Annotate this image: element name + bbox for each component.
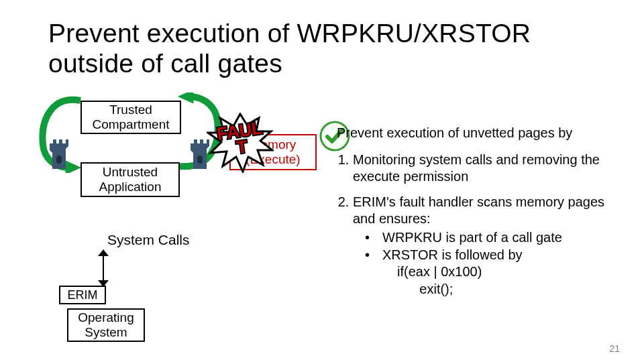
right-item-1: Monitoring system calls and removing the… (353, 152, 625, 186)
erim-box: ERIM (59, 286, 106, 304)
operating-system-box: Operating System (67, 308, 145, 342)
svg-marker-4 (208, 114, 272, 172)
right-intro: Prevent execution of unvetted pages by (337, 125, 625, 142)
page-number: 21 (609, 343, 620, 354)
right-item-2-b1: WRPKRU is part of a call gate (365, 229, 625, 247)
right-text-block: Prevent execution of unvetted pages by M… (337, 125, 625, 307)
right-numbered-list: Monitoring system calls and removing the… (337, 152, 625, 298)
slide: Prevent execution of WRPKRU/XRSTOR outsi… (0, 0, 644, 362)
syscall-arrow-icon (97, 251, 110, 286)
title-line1: Prevent execution of WRPKRU/XRSTOR outsi… (48, 19, 531, 78)
untrusted-application-box: Untrusted Application (80, 162, 180, 197)
right-item-2: ERIM's fault handler scans memory pages … (353, 194, 625, 298)
right-item-2-lead: ERIM's fault handler scans memory pages … (353, 194, 604, 227)
starburst-icon (207, 113, 274, 173)
svg-rect-3 (197, 156, 203, 164)
system-calls-label: System Calls (107, 232, 190, 248)
operating-system-label: Operating System (78, 310, 133, 340)
right-item-2-b2: XRSTOR is followed by (365, 247, 625, 264)
right-item-2-code: if(eax | 0x100) exit(); (397, 263, 625, 298)
svg-rect-2 (56, 156, 62, 164)
trusted-compartment-label: Trusted Compartment (92, 103, 169, 132)
tower-icon (48, 139, 70, 169)
right-item-2-sublist: WRPKRU is part of a call gate XRSTOR is … (365, 229, 625, 263)
untrusted-application-label: Untrusted Application (99, 165, 162, 194)
erim-label: ERIM (68, 288, 98, 302)
trusted-compartment-box: Trusted Compartment (80, 101, 181, 134)
diagram-area: Trusted Compartment Untrusted Applicatio… (48, 99, 337, 347)
slide-title: Prevent execution of WRPKRU/XRSTOR outsi… (48, 19, 531, 79)
